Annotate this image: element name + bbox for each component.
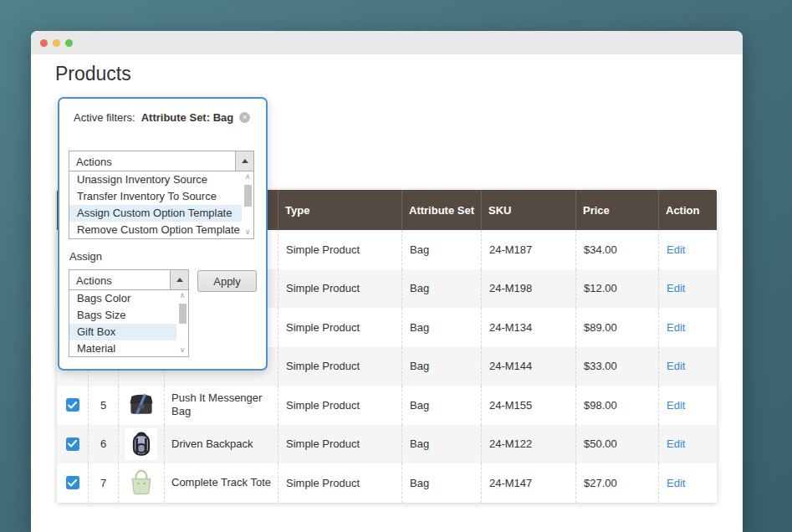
cell-price: $12.00 [575,269,658,309]
scroll-up-icon[interactable]: ∧ [245,171,251,182]
cell-name: Driven Backpack [164,425,278,464]
cell-action: Edit [658,308,717,347]
scroll-down-icon[interactable]: ∨ [245,227,251,238]
cell-attribute-set: Bag [401,386,481,425]
cell-thumbnail [118,425,164,464]
close-window-button[interactable] [40,39,48,47]
assign-select-value: Actions [76,274,112,286]
bulk-actions-select-value: Actions [76,155,112,167]
cell-price: $89.00 [575,308,658,347]
cell-attribute-set: Bag [401,308,481,347]
assign-collapse-button[interactable] [170,270,188,289]
dropdown-option[interactable]: Gift Box [69,324,176,340]
dropdown-option[interactable]: Bags Size [69,307,176,324]
dropdown-option[interactable]: Transfer Inventory To Source [69,188,242,205]
column-header-price[interactable]: Price [575,190,658,230]
row-select-cell [57,463,88,503]
dropdown-option[interactable]: Remove Custom Option Template [69,222,242,238]
table-row: 7Complete Track ToteSimple ProductBag24-… [57,463,717,503]
cell-sku: 24-M155 [481,386,575,425]
cell-id: 6 [88,425,118,464]
cell-sku: 24-M134 [481,308,575,347]
scroll-up-icon[interactable]: ∧ [180,290,186,301]
dropdown-option[interactable]: Bags Color [69,290,176,307]
apply-button[interactable]: Apply [197,270,257,292]
cell-type: Simple Product [278,347,401,386]
cell-name: Complete Track Tote [164,463,278,503]
cell-type: Simple Product [278,269,401,309]
cell-sku: 24-M187 [481,230,575,269]
bulk-actions-collapse-button[interactable] [235,151,253,171]
remove-filter-icon[interactable]: × [239,112,250,123]
active-filters-bar: Active filters: Attribute Set: Bag × [74,111,250,124]
cell-action: Edit [658,386,717,425]
cell-type: Simple Product [278,230,401,269]
cell-action: Edit [658,463,717,503]
cell-id: 5 [88,386,118,425]
cell-price: $34.00 [575,230,658,269]
messenger-bag-image [125,389,157,421]
cell-price: $27.00 [575,463,658,503]
edit-link[interactable]: Edit [667,243,685,256]
edit-link[interactable]: Edit [667,477,685,489]
cell-action: Edit [658,230,717,269]
row-checkbox[interactable] [66,437,79,451]
dropdown-option[interactable]: Assign Custom Option Template [69,205,242,222]
table-row: 5Push It Messenger BagSimple ProductBag2… [57,386,717,425]
backpack-image [125,428,157,460]
dropdown-option[interactable]: Unassign Inventory Source [69,171,242,188]
column-header-attribute-set[interactable]: Attribute Set [401,190,481,230]
app-window: Products Type Attribute Set SKU Price Ac… [31,31,743,532]
scrollbar-thumb[interactable] [179,304,187,324]
assign-scrollbar: ∧ ∨ [176,290,188,356]
cell-price: $50.00 [575,425,658,464]
page-title: Products [55,63,131,85]
edit-link[interactable]: Edit [667,399,685,412]
minimize-window-button[interactable] [53,39,60,47]
active-filters-label: Active filters: [74,111,135,124]
row-select-cell [57,425,88,464]
cell-action: Edit [658,347,717,386]
cell-attribute-set: Bag [401,230,481,269]
edit-link[interactable]: Edit [667,360,685,372]
active-filter-chip: Attribute Set: Bag [141,111,234,124]
cell-action: Edit [658,269,717,309]
row-checkbox[interactable] [66,476,79,489]
cell-action: Edit [658,425,717,464]
assign-select[interactable]: Actions [69,269,189,290]
window-titlebar [31,31,743,54]
cell-sku: 24-M198 [481,269,575,309]
cell-price: $33.00 [575,347,658,386]
bulk-actions-options: ∧ ∨ Unassign Inventory SourceTransfer In… [69,171,254,239]
cell-price: $98.00 [575,386,658,425]
bulk-actions-panel: Active filters: Attribute Set: Bag × Act… [58,97,268,371]
cell-attribute-set: Bag [401,347,481,386]
column-header-type[interactable]: Type [278,190,401,230]
desktop-background: Products Type Attribute Set SKU Price Ac… [0,0,792,532]
triangle-up-icon [242,159,248,163]
row-select-cell [57,386,88,425]
cell-name: Push It Messenger Bag [164,386,278,425]
row-checkbox[interactable] [66,398,79,412]
assign-options: ∧ ∨ Bags ColorBags SizeGift BoxMaterial [69,290,189,357]
assign-label: Assign [69,250,102,263]
cell-thumbnail [118,463,164,503]
scroll-down-icon[interactable]: ∨ [180,345,186,356]
edit-link[interactable]: Edit [667,282,685,294]
cell-attribute-set: Bag [401,463,481,503]
cell-type: Simple Product [278,308,401,347]
cell-sku: 24-M122 [481,425,575,464]
tote-image [125,467,157,499]
edit-link[interactable]: Edit [667,437,685,450]
cell-attribute-set: Bag [401,425,481,464]
column-header-sku[interactable]: SKU [481,190,575,230]
dropdown-option[interactable]: Material [69,340,176,357]
bulk-actions-select[interactable]: Actions [69,151,254,171]
cell-id: 7 [88,463,118,503]
scrollbar-thumb[interactable] [244,185,252,207]
column-header-action[interactable]: Action [658,190,717,230]
maximize-window-button[interactable] [65,39,73,47]
bulk-actions-scrollbar: ∧ ∨ [242,171,253,238]
edit-link[interactable]: Edit [667,321,685,334]
cell-type: Simple Product [278,386,401,425]
